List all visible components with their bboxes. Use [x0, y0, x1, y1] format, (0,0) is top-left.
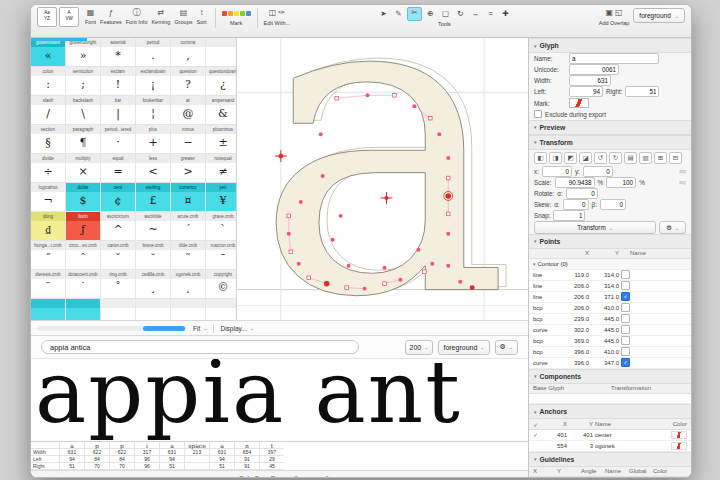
flip-horizontal-icon[interactable]: ◧: [534, 152, 547, 164]
metrics-value[interactable]: 397: [259, 449, 284, 456]
glyph-cell-period-tered[interactable]: period...tered·: [101, 125, 136, 154]
points-row[interactable]: bcp206.0410.0: [529, 303, 691, 314]
scrollbar-thumb[interactable]: [143, 326, 185, 331]
metrics-value[interactable]: 51: [209, 463, 234, 470]
glyph-cell-sterling[interactable]: sterling£: [136, 183, 171, 212]
metrics-value[interactable]: 622: [84, 449, 109, 456]
glyph-cell-dong[interactable]: dong₫: [31, 212, 66, 241]
glyph-cell-ogonek-cmb[interactable]: ogonek.cmb˛: [171, 270, 206, 299]
point-checkbox[interactable]: [621, 347, 630, 356]
metrics-value[interactable]: 70: [109, 463, 134, 470]
guidelines-section-header[interactable]: ▾ Guidelines: [529, 452, 691, 467]
metrics-value[interactable]: 45: [259, 463, 284, 470]
preview-settings-button[interactable]: ⚙ ⌄: [495, 340, 518, 355]
metrics-value[interactable]: 631: [209, 449, 234, 456]
metrics-value[interactable]: 51: [59, 463, 84, 470]
metrics-value[interactable]: 29: [259, 456, 284, 463]
glyph-cell-dotaccent-cmb[interactable]: dotaccent.cmb˙: [66, 270, 101, 299]
menu-kerning[interactable]: ⇄Kerning: [149, 7, 172, 25]
points-row[interactable]: curve396.0347.0✓: [529, 358, 691, 369]
metrics-value[interactable]: 70: [84, 463, 109, 470]
kerning-preview-toggle[interactable]: A VW: [59, 7, 79, 27]
points-row[interactable]: bcp239.0445.0: [529, 314, 691, 325]
preview-layer-select[interactable]: foreground ⌄: [438, 340, 489, 355]
glyph-cell-exclamdown[interactable]: exclamdown¡: [136, 67, 171, 96]
anchor-color-swatch[interactable]: [671, 431, 687, 439]
xcy-toggles[interactable]: xcy: [679, 180, 686, 185]
glyph-cell-breve-cmb[interactable]: breve.cmb˘: [136, 241, 171, 270]
rotate-tool[interactable]: ↻: [454, 8, 467, 20]
point-checkbox[interactable]: [621, 281, 630, 290]
transform-section-header[interactable]: ▾ Transform: [529, 135, 691, 150]
anchor-row[interactable]: ✓401401center: [529, 430, 691, 441]
glyph-cell[interactable]: [31, 299, 66, 320]
skew-beta-field[interactable]: [600, 199, 626, 210]
mark-color-swatch[interactable]: [222, 11, 227, 16]
metrics-value[interactable]: 631: [159, 449, 184, 456]
measure-tool[interactable]: ↔: [469, 8, 482, 20]
points-row[interactable]: line119.0314.0: [529, 270, 691, 281]
x-field[interactable]: [542, 166, 572, 177]
glyph-cell-questiondown[interactable]: questiondown¿: [206, 67, 237, 96]
glyph-cell-logicalnot[interactable]: logicalnot¬: [31, 183, 66, 212]
glyph-cell-backslash[interactable]: backslash\: [66, 96, 101, 125]
contract-icon[interactable]: ⊟: [669, 152, 682, 164]
align-top-icon[interactable]: ▤: [624, 152, 637, 164]
glyph-cell[interactable]: [101, 299, 136, 320]
name-field[interactable]: [569, 53, 659, 64]
right-field[interactable]: [625, 86, 659, 97]
preview-text-input[interactable]: [41, 340, 359, 354]
width-field[interactable]: [569, 75, 611, 86]
grid-scroll-indicator[interactable]: [31, 38, 87, 41]
shape-tool[interactable]: ⊕: [424, 8, 437, 20]
transform-button[interactable]: Transform ⌄: [534, 221, 656, 234]
glyph-cell-yen[interactable]: yen¥: [206, 183, 237, 212]
metrics-value[interactable]: 84: [109, 456, 134, 463]
glyph-cell-circu-ex-cmb[interactable]: circu...ex.cmbˆ: [66, 241, 101, 270]
metrics-value[interactable]: 622: [109, 449, 134, 456]
glyph-cell-plusminus[interactable]: plusminus±: [206, 125, 237, 154]
exclude-checkbox[interactable]: [534, 110, 542, 118]
preview-section-header[interactable]: ▾ Preview: [529, 120, 691, 135]
preview-size-select[interactable]: 200 ⌄: [405, 340, 434, 355]
mark-color-swatch[interactable]: [246, 11, 251, 16]
metrics-value[interactable]: 94: [209, 456, 234, 463]
points-row[interactable]: bcp396.0410.0: [529, 347, 691, 358]
glyph-cell-brokenbar[interactable]: brokenbar¦: [136, 96, 171, 125]
points-row[interactable]: line206.0371.0✓: [529, 292, 691, 303]
glyph-cell-question[interactable]: question?: [171, 67, 206, 96]
glyph-cell-cedilla-cmb[interactable]: cedilla.cmb¸: [136, 270, 171, 299]
glyph-cell-ring-cmb[interactable]: ring.cmb˚: [101, 270, 136, 299]
point-checkbox[interactable]: ✓: [621, 292, 630, 301]
anchor-row[interactable]: 5543ogonek: [529, 441, 691, 452]
scale-y-field[interactable]: [606, 177, 636, 188]
menu-sort[interactable]: ↕Sort: [194, 7, 208, 25]
glyph-cell-greater[interactable]: greater>: [171, 154, 206, 183]
edit-with-icon[interactable]: ✑: [278, 7, 285, 19]
metrics-value[interactable]: 96: [134, 456, 159, 463]
align-middle-icon[interactable]: ▥: [639, 152, 652, 164]
edit-with-group[interactable]: ◫✑ Edit With...: [264, 7, 291, 26]
metrics-value[interactable]: 631: [59, 449, 84, 456]
glyph-cell-tilde-cmb[interactable]: tilde.cmb˜: [171, 241, 206, 270]
menu-groups[interactable]: ▤Groups: [172, 7, 194, 25]
glyph-canvas[interactable]: a a: [237, 38, 528, 320]
glyph-cell-bar[interactable]: bar|: [101, 96, 136, 125]
mark-color-swatch[interactable]: [240, 11, 245, 16]
metrics-value[interactable]: 94: [159, 456, 184, 463]
snap-field[interactable]: [553, 210, 585, 221]
glyph-cell-at[interactable]: at@: [171, 96, 206, 125]
rotate-left-icon[interactable]: ↺: [594, 152, 607, 164]
glyph-cell-plus[interactable]: plus+: [136, 125, 171, 154]
glyph-cell-less[interactable]: less<: [136, 154, 171, 183]
glyph-cell-paragraph[interactable]: paragraph¶: [66, 125, 101, 154]
select-tool[interactable]: ➤: [377, 8, 390, 20]
glyph-cell-asterisk[interactable]: asterisk*: [101, 38, 136, 67]
glyph-cell[interactable]: [66, 299, 101, 320]
points-row[interactable]: line206.0314.0: [529, 281, 691, 292]
glyph-cell-copyright[interactable]: copyright©: [206, 270, 237, 299]
metrics-value[interactable]: 96: [134, 463, 159, 470]
metrics-value[interactable]: 91: [234, 456, 259, 463]
glyph-cell-asciitilde[interactable]: asciitilde~: [136, 212, 171, 241]
flip-vertical-icon[interactable]: ◨: [549, 152, 562, 164]
